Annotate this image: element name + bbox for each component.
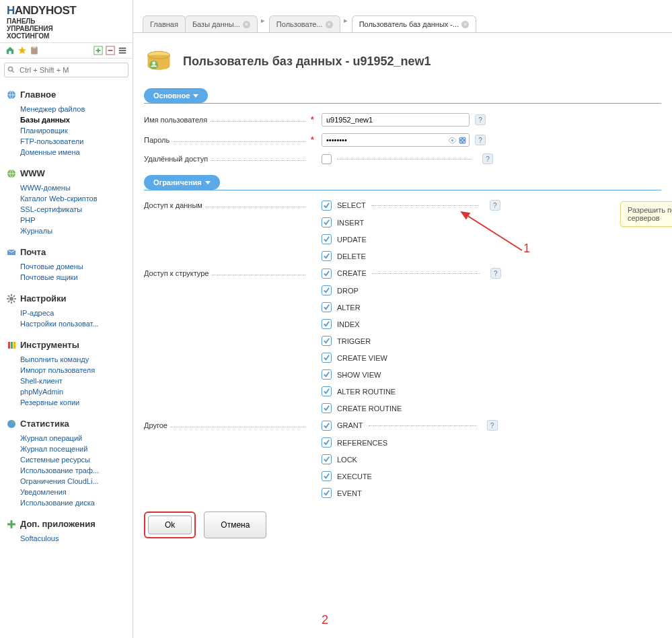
perm-row: *CREATE ROUTINE	[144, 403, 661, 413]
nav-item[interactable]: Каталог Web-скриптов	[20, 193, 133, 204]
nav-item[interactable]: Почтовые домены	[20, 261, 133, 272]
perm-checkbox[interactable]	[322, 471, 332, 481]
perm-checkbox[interactable]	[322, 386, 332, 396]
close-icon[interactable]: ×	[326, 21, 333, 28]
perm-group-label: Другое	[144, 421, 170, 429]
db-user-icon	[144, 46, 174, 76]
clipboard-icon[interactable]	[30, 46, 39, 55]
perm-checkbox[interactable]	[322, 488, 332, 498]
nav-item[interactable]: Журнал посещений	[20, 444, 133, 454]
nav-item[interactable]: SSL-сертификаты	[20, 204, 133, 215]
perm-checkbox[interactable]	[322, 234, 332, 244]
dice-icon[interactable]	[458, 136, 467, 145]
help-icon[interactable]: ?	[475, 114, 486, 125]
svg-point-23	[460, 141, 461, 142]
nav-item[interactable]: Настройки пользоват...	[20, 318, 133, 329]
username-label: Имя пользователя	[144, 116, 210, 124]
tab[interactable]: Главная	[143, 15, 186, 32]
tab[interactable]: Базы данны...×	[185, 15, 258, 32]
nav-item[interactable]: Shell-клиент	[20, 376, 133, 386]
nav-item[interactable]: Ограничения CloudLi...	[20, 476, 133, 487]
nav-group-head[interactable]: WWW	[0, 166, 133, 181]
ok-button[interactable]: Ok	[148, 516, 192, 534]
perm-label: EXECUTE	[337, 472, 372, 481]
plus-box-icon[interactable]	[94, 46, 103, 55]
nav-item[interactable]: Выполнить команду	[20, 354, 133, 365]
perm-label: REFERENCES	[337, 439, 387, 447]
perm-checkbox[interactable]	[322, 319, 332, 329]
cancel-button[interactable]: Отмена	[204, 511, 266, 538]
perm-checkbox[interactable]	[322, 454, 332, 464]
tab[interactable]: Пользовате...×	[269, 15, 340, 32]
annotation-1: 1	[523, 242, 530, 256]
nav-group-head[interactable]: Доп. приложения	[0, 516, 133, 532]
nav-item[interactable]: Доменные имена	[20, 147, 133, 157]
section-limits-tab[interactable]: Ограничения	[144, 175, 220, 190]
nav-group-head[interactable]: Настройки	[0, 291, 133, 306]
menu-icon[interactable]	[118, 46, 127, 55]
nav-item[interactable]: WWW-домены	[20, 182, 133, 193]
nav: ГлавноеМенеджер файловБазы данныхПланиро…	[0, 81, 133, 638]
perm-checkbox[interactable]	[322, 285, 332, 295]
tab[interactable]: Пользователь баз данных -...×	[352, 15, 477, 32]
section-main: Основное	[144, 88, 661, 104]
help-icon[interactable]: ?	[490, 268, 501, 279]
nav-item[interactable]: Резервные копии	[20, 397, 133, 408]
help-icon[interactable]: ?	[475, 135, 486, 145]
username-input[interactable]	[322, 113, 470, 127]
search-input[interactable]	[4, 63, 128, 77]
perm-checkbox[interactable]	[322, 403, 332, 413]
perm-row: *TRIGGER	[144, 336, 661, 346]
nav-item[interactable]: Softaculous	[20, 533, 133, 544]
row-password: Пароль * ?	[144, 133, 661, 147]
close-icon[interactable]: ×	[461, 21, 469, 28]
nav-item[interactable]: IP-адреса	[20, 308, 133, 318]
remote-checkbox[interactable]	[322, 154, 332, 164]
nav-item[interactable]: Почтовые ящики	[20, 272, 133, 283]
nav-item[interactable]: Журналы	[20, 225, 133, 236]
perm-checkbox[interactable]	[322, 217, 332, 227]
home-icon[interactable]	[5, 46, 15, 55]
perm-row: *ALTER	[144, 302, 661, 312]
perm-checkbox[interactable]	[322, 421, 332, 431]
star-icon[interactable]	[17, 46, 27, 55]
close-icon[interactable]: ×	[243, 21, 250, 28]
nav-item[interactable]: Системные ресурсы	[20, 454, 133, 465]
password-input[interactable]	[322, 133, 470, 147]
search-box	[4, 63, 128, 77]
help-icon[interactable]: ?	[482, 153, 493, 164]
nav-item[interactable]: FTP-пользователи	[20, 136, 133, 147]
nav-item[interactable]: Импорт пользователя	[20, 365, 133, 376]
perm-checkbox[interactable]	[322, 201, 332, 211]
nav-item[interactable]: Базы данных	[20, 114, 133, 125]
nav-item[interactable]: PHP	[20, 215, 133, 225]
perm-checkbox[interactable]	[322, 336, 332, 346]
perm-label: CREATE	[337, 269, 367, 277]
nav-item[interactable]: Использование траф...	[20, 465, 133, 476]
nav-item[interactable]: phpMyAdmin	[20, 386, 133, 397]
help-icon[interactable]: ?	[487, 420, 498, 431]
section-main-tab[interactable]: Основное	[144, 88, 208, 103]
nav-group-head[interactable]: Почта	[0, 244, 133, 260]
perm-checkbox[interactable]	[322, 437, 332, 448]
perm-checkbox[interactable]	[322, 269, 332, 279]
nav-item[interactable]: Менеджер файлов	[20, 104, 133, 114]
nav-group-head[interactable]: Статистика	[0, 416, 133, 431]
eye-icon[interactable]	[448, 136, 457, 145]
perm-label: UPDATE	[337, 236, 367, 244]
perm-checkbox[interactable]	[322, 302, 332, 312]
nav-item[interactable]: Планировщик	[20, 125, 133, 136]
minus-box-icon[interactable]	[106, 46, 115, 55]
content: Пользователь баз данных - u91952_new1 Ос…	[133, 32, 672, 638]
nav-group-head[interactable]: Инструменты	[0, 337, 133, 353]
nav-group-head[interactable]: Главное	[0, 87, 133, 102]
perm-label: TRIGGER	[337, 337, 371, 345]
perm-checkbox[interactable]	[322, 369, 332, 380]
nav-item[interactable]: Журнал операций	[20, 433, 133, 444]
nav-item[interactable]: Использование диска	[20, 497, 133, 508]
help-icon[interactable]: ?	[490, 200, 500, 211]
perm-checkbox[interactable]	[322, 353, 332, 363]
nav-item[interactable]: Уведомления	[20, 487, 133, 497]
svg-point-21	[463, 138, 465, 139]
perm-checkbox[interactable]	[322, 251, 332, 261]
